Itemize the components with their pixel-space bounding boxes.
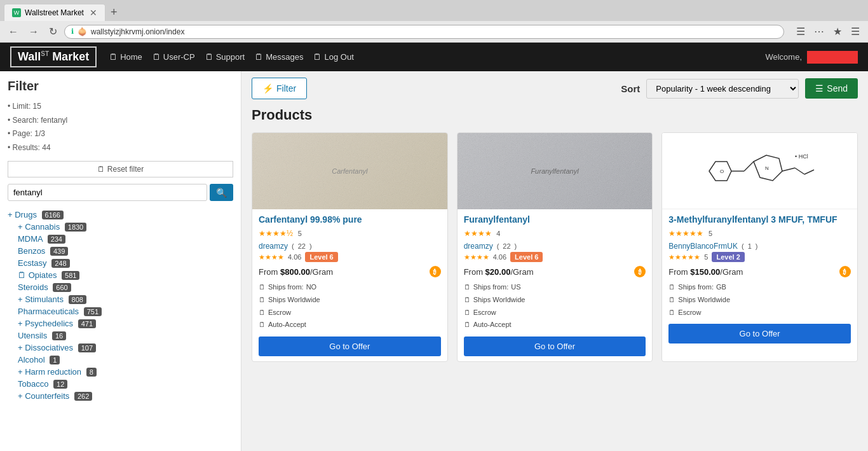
product-image-label-0: Carfentanyl — [329, 165, 370, 177]
product-stars-2: ★★★★★ 5 — [668, 228, 851, 238]
sort-label: Sort — [621, 83, 640, 94]
sidebar-item-ecstasy[interactable]: Ecstasy 248 — [8, 257, 233, 269]
forward-button[interactable]: → — [25, 25, 42, 39]
tab-bar: W Wallstreet Market ✕ + — [0, 0, 868, 21]
sidebar-item-pharmaceuticals[interactable]: Pharmaceuticals 751 — [8, 305, 233, 317]
page-title: Products — [252, 107, 858, 123]
app-header: WallST Market 🗒 Home 🗒 User-CP 🗒 Support… — [0, 43, 868, 71]
nav-logout[interactable]: 🗒 Log Out — [313, 52, 353, 62]
sort-select[interactable]: Popularity - 1 week descending Popularit… — [646, 79, 799, 99]
ship-info-2: 🗒Ships from: GB 🗒Ships Worldwide 🗒Escrow — [668, 281, 851, 319]
filter-button[interactable]: ⚡ Filter — [252, 78, 307, 99]
chemical-structure-svg: O N • H — [696, 139, 824, 203]
send-button[interactable]: ☰ Send — [805, 78, 858, 99]
ship-info-0: 🗒Ships from: NO 🗒Ships Worldwide 🗒Escrow… — [259, 281, 441, 331]
product-body-1: Furanylfentanyl ★★★★ 4 dreamzy (22) ★★★★… — [458, 209, 653, 361]
seller-rating-row-1: ★★★★ 4.06 Level 6 — [464, 252, 646, 262]
ship-info-1: 🗒Ships from: US 🗒Ships Worldwide 🗒Escrow… — [464, 281, 646, 331]
product-body-0: Carfentanyl 99.98% pure ★★★★½ 5 dreamzy … — [252, 209, 447, 361]
btc-icon-2: ₿ — [839, 266, 851, 277]
search-button[interactable]: 🔍 — [210, 184, 233, 201]
back-button[interactable]: ← — [5, 25, 22, 39]
bookmark-list-button[interactable]: ☰ — [793, 24, 808, 39]
btc-icon-1: ₿ — [634, 266, 646, 277]
active-tab: W Wallstreet Market ✕ — [4, 4, 105, 21]
escrow-icon-1: 🗒 — [464, 307, 471, 319]
product-card-2: O N • H — [661, 132, 858, 362]
sidebar-item-dissociatives[interactable]: + Dissociatives 107 — [8, 342, 233, 354]
worldwide-icon-2: 🗒 — [668, 294, 675, 307]
messages-icon: 🗒 — [255, 52, 263, 62]
refresh-button[interactable]: ↻ — [46, 24, 60, 39]
sidebar-item-benzos[interactable]: Benzos 439 — [8, 245, 233, 257]
sidebar-item-harm-reduction[interactable]: + Harm reduction 8 — [8, 366, 233, 378]
svg-line-8 — [804, 170, 814, 174]
search-input[interactable] — [8, 184, 207, 201]
tab-title: Wallstreet Market — [25, 8, 84, 17]
sidebar-item-counterfeits[interactable]: + Counterfeits 262 — [8, 390, 233, 402]
seller-row-2: BennyBlancoFrmUK (1) — [668, 242, 851, 251]
sidebar-item-psychedelics[interactable]: + Psychedelics 471 — [8, 317, 233, 330]
new-tab-button[interactable]: + — [105, 6, 123, 19]
product-stars-0: ★★★★½ 5 — [259, 228, 441, 238]
nav-messages[interactable]: 🗒 Messages — [255, 52, 303, 62]
seller-name-0[interactable]: dreamzy — [259, 242, 288, 251]
nav-user-cp[interactable]: 🗒 User-CP — [153, 52, 195, 62]
svg-line-6 — [782, 168, 795, 171]
sidebar-item-mdma[interactable]: MDMA 234 — [8, 233, 233, 245]
product-title-0[interactable]: Carfentanyl 99.98% pure — [259, 214, 441, 225]
seller-rating-row-2: ★★★★★ 5 Level 2 — [668, 252, 851, 262]
level-badge-0: Level 6 — [305, 252, 337, 262]
bookmark-button[interactable]: ★ — [830, 24, 845, 39]
filter-page: Page: 1/3 — [8, 127, 233, 141]
filter-title: Filter — [8, 79, 233, 94]
worldwide-icon-1: 🗒 — [464, 294, 471, 307]
sidebar-item-stimulants[interactable]: + Stimulants 808 — [8, 293, 233, 305]
url-bar[interactable]: ℹ 🧅 wallstyizjhkrvmj.onion/index — [64, 25, 784, 39]
product-title-1[interactable]: Furanylfentanyl — [464, 214, 646, 225]
product-title-2[interactable]: 3-Methylfuranylfentanyl 3 MFUF, TMFUF — [668, 214, 851, 225]
level-badge-1: Level 6 — [510, 252, 543, 262]
sidebar-item-alcohol[interactable]: Alcohol 1 — [8, 354, 233, 366]
logo: WallST Market — [10, 46, 97, 67]
nav-home[interactable]: 🗒 Home — [109, 52, 142, 62]
more-menu-button[interactable]: ⋯ — [811, 24, 827, 39]
seller-name-2[interactable]: BennyBlancoFrmUK — [668, 242, 738, 251]
go-to-offer-button-1[interactable]: Go to Offer — [464, 337, 646, 356]
auto-accept-icon-1: 🗒 — [464, 319, 471, 331]
svg-line-3 — [744, 162, 754, 171]
tab-close-button[interactable]: ✕ — [90, 8, 97, 18]
sidebar-item-opiates[interactable]: 🗒 Opiates 581 — [8, 269, 233, 281]
go-to-offer-button-0[interactable]: Go to Offer — [259, 337, 441, 356]
welcome-text: Welcome, — [765, 52, 802, 62]
sidebar-item-tobacco[interactable]: Tobacco 12 — [8, 378, 233, 390]
search-row: 🔍 — [8, 184, 233, 201]
sidebar-item-steroids[interactable]: Steroids 660 — [8, 281, 233, 293]
price-row-0: From $800.00/Gram ₿ — [259, 266, 441, 277]
lock-icon: ℹ — [71, 27, 74, 36]
seller-rating-0: 4.06 — [288, 253, 301, 261]
price-0: $800.00 — [280, 267, 310, 277]
go-to-offer-button-2[interactable]: Go to Offer — [668, 324, 851, 343]
svg-text:• HCl: • HCl — [795, 153, 808, 160]
filter-icon: ⚡ — [262, 83, 273, 94]
seller-name-1[interactable]: dreamzy — [464, 242, 493, 251]
address-bar: ← → ↻ ℹ 🧅 wallstyizjhkrvmj.onion/index ☰… — [0, 21, 868, 42]
sidebar-item-utensils[interactable]: Utensils 16 — [8, 330, 233, 342]
btc-icon-0: ₿ — [430, 266, 441, 277]
nav-support[interactable]: 🗒 Support — [205, 52, 245, 62]
filter-results: Results: 44 — [8, 141, 233, 155]
seller-rating-1: 4.06 — [493, 253, 506, 261]
sidebar-item-cannabis[interactable]: + Cannabis 1830 — [8, 221, 233, 233]
escrow-icon-0: 🗒 — [259, 307, 266, 319]
seller-rating-row-0: ★★★★ 4.06 Level 6 — [259, 252, 441, 262]
price-row-1: From $20.00/Gram ₿ — [464, 266, 646, 277]
product-stars-1: ★★★★ 4 — [464, 228, 646, 238]
browser-actions: ☰ ⋯ ★ ☰ — [793, 24, 863, 39]
hamburger-menu-button[interactable]: ☰ — [848, 24, 863, 39]
reset-filter-button[interactable]: 🗒 Reset filter — [8, 161, 233, 177]
svg-text:O: O — [720, 169, 724, 174]
product-image-label-1: Furanylfentanyl — [528, 165, 581, 177]
sidebar-item-drugs[interactable]: + Drugs 6166 — [8, 209, 233, 221]
product-card-0: Carfentanyl Carfentanyl 99.98% pure ★★★★… — [252, 132, 448, 362]
